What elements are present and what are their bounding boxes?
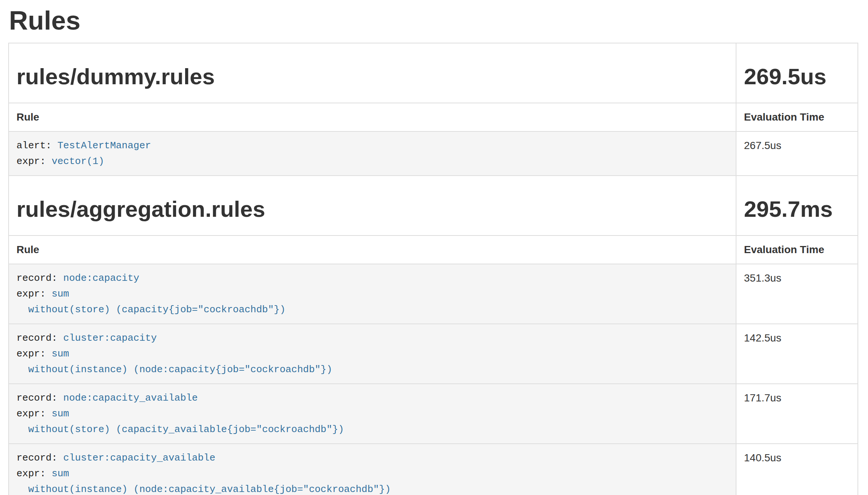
group-total-time: 295.7ms	[744, 197, 850, 222]
rule-name-link[interactable]: cluster:capacity	[63, 332, 157, 344]
rule-definition: record: node:capacity_available expr: su…	[16, 390, 728, 437]
rule-eval-time: 140.5us	[736, 444, 858, 495]
rule-eval-time: 267.5us	[736, 131, 858, 176]
rule-row: record: cluster:capacity_available expr:…	[9, 444, 858, 495]
rule-eval-time: 171.7us	[736, 384, 858, 444]
rule-expr-link[interactable]: sum without(instance) (node:capacity_ava…	[16, 468, 391, 495]
rule-definition: record: cluster:capacity_available expr:…	[16, 450, 728, 495]
rule-cell: record: node:capacity_available expr: su…	[9, 384, 736, 444]
rule-expr-link[interactable]: sum without(store) (capacity_available{j…	[16, 408, 344, 435]
rule-definition: record: node:capacity expr: sum without(…	[16, 270, 728, 318]
rule-expr-key: expr:	[16, 156, 52, 167]
rule-type-key: record:	[16, 452, 63, 464]
group-file-cell: rules/aggregation.rules	[9, 176, 736, 236]
column-header-row: Rule Evaluation Time	[9, 236, 858, 264]
group-file-name: rules/dummy.rules	[16, 64, 728, 89]
rule-row: record: cluster:capacity expr: sum witho…	[9, 324, 858, 384]
rules-table: rules/dummy.rules 269.5us Rule Evaluatio…	[8, 43, 858, 495]
group-file-name: rules/aggregation.rules	[16, 197, 728, 222]
rule-name-link[interactable]: node:capacity	[63, 273, 139, 284]
column-header-row: Rule Evaluation Time	[9, 103, 858, 131]
rule-name-link[interactable]: cluster:capacity_available	[63, 452, 216, 464]
rule-expr-key: expr:	[16, 408, 52, 419]
group-total-time-cell: 269.5us	[736, 43, 858, 103]
rule-expr-link[interactable]: vector(1)	[52, 156, 104, 167]
group-file-cell: rules/dummy.rules	[9, 43, 736, 103]
rule-cell: record: cluster:capacity expr: sum witho…	[9, 324, 736, 384]
rule-expr-key: expr:	[16, 348, 52, 359]
rule-cell: record: node:capacity expr: sum without(…	[9, 264, 736, 324]
group-total-time-cell: 295.7ms	[736, 176, 858, 236]
rule-row: record: node:capacity_available expr: su…	[9, 384, 858, 444]
rule-type-key: record:	[16, 332, 63, 344]
rule-column-header: Rule	[9, 236, 736, 264]
rule-type-key: record:	[16, 273, 63, 284]
rule-name-link[interactable]: node:capacity_available	[63, 392, 198, 404]
rule-eval-time: 142.5us	[736, 324, 858, 384]
rule-type-key: record:	[16, 392, 63, 404]
page-title: Rules	[9, 0, 858, 34]
rule-expr-link[interactable]: sum without(instance) (node:capacity{job…	[16, 348, 332, 375]
rule-group-header: rules/dummy.rules 269.5us	[9, 43, 858, 103]
rule-name-link[interactable]: TestAlertManager	[57, 140, 151, 151]
rule-expr-key: expr:	[16, 288, 52, 300]
rule-cell: alert: TestAlertManager expr: vector(1)	[9, 131, 736, 176]
group-total-time: 269.5us	[744, 64, 850, 89]
rule-cell: record: cluster:capacity_available expr:…	[9, 444, 736, 495]
rules-page: Rules rules/dummy.rules 269.5us Rule Eva…	[0, 0, 868, 495]
rule-group-header: rules/aggregation.rules 295.7ms	[9, 176, 858, 236]
time-column-header: Evaluation Time	[736, 236, 858, 264]
rule-definition: record: cluster:capacity expr: sum witho…	[16, 330, 728, 377]
rule-definition: alert: TestAlertManager expr: vector(1)	[16, 138, 728, 169]
rule-column-header: Rule	[9, 103, 736, 131]
rule-row: record: node:capacity expr: sum without(…	[9, 264, 858, 324]
rule-expr-link[interactable]: sum without(store) (capacity{job="cockro…	[16, 288, 286, 315]
rule-eval-time: 351.3us	[736, 264, 858, 324]
rule-expr-key: expr:	[16, 468, 52, 479]
rule-type-key: alert:	[16, 140, 57, 151]
rule-row: alert: TestAlertManager expr: vector(1) …	[9, 131, 858, 176]
time-column-header: Evaluation Time	[736, 103, 858, 131]
